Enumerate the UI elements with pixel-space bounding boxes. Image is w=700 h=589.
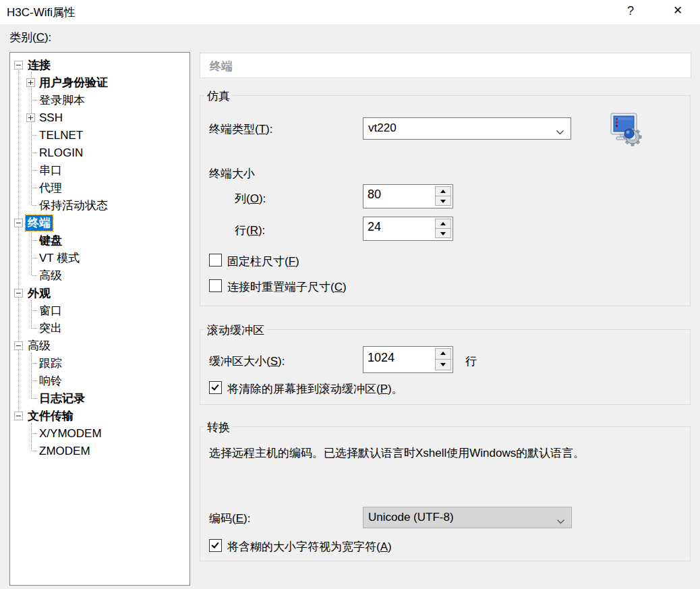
spin-down-button[interactable] bbox=[435, 359, 451, 370]
page-title-box: 终端 bbox=[200, 53, 691, 78]
tree-connector-stub bbox=[31, 328, 37, 329]
tree-item-1[interactable]: 用户身份验证 bbox=[10, 74, 189, 92]
tree-connector-stub bbox=[31, 240, 37, 241]
checkbox-icon[interactable] bbox=[209, 381, 222, 394]
spin-down-button[interactable] bbox=[435, 196, 451, 206]
collapse-icon[interactable] bbox=[14, 289, 23, 298]
chevron-down-icon bbox=[556, 515, 565, 528]
checkbox-icon[interactable] bbox=[209, 539, 222, 552]
tree-item-label: 突出 bbox=[37, 320, 64, 336]
columns-spin-buttons bbox=[435, 186, 451, 206]
tree-item-label: X/YMODEM bbox=[37, 426, 104, 441]
tree-connector-stub bbox=[31, 205, 37, 206]
tree-item-label: SSH bbox=[37, 110, 65, 125]
tree-item-label: 高级 bbox=[26, 338, 53, 354]
tree-item-3[interactable]: SSH bbox=[10, 109, 189, 127]
buffer-size-value: 1024 bbox=[368, 351, 395, 365]
chevron-down-icon bbox=[556, 126, 564, 138]
tree-item-label: TELNET bbox=[37, 128, 85, 143]
tree-item-label: RLOGIN bbox=[37, 145, 85, 161]
tree-item-20[interactable]: 文件传输 bbox=[10, 408, 189, 425]
tree-connector-stub bbox=[31, 451, 37, 451]
tree-item-label: ZMODEM bbox=[37, 443, 92, 459]
tree-item-label: VT 模式 bbox=[37, 250, 82, 266]
tree-connector-stub bbox=[31, 258, 37, 258]
buffer-size-label: 缓冲区大小(S): bbox=[209, 354, 285, 369]
tree-item-label: 高级 bbox=[37, 268, 64, 283]
spin-up-button[interactable] bbox=[435, 219, 451, 229]
tree-item-13[interactable]: 外观 bbox=[10, 285, 189, 302]
tree-item-7[interactable]: 代理 bbox=[10, 179, 189, 197]
tree-item-14[interactable]: 窗口 bbox=[10, 302, 189, 320]
spin-up-button[interactable] bbox=[435, 348, 451, 360]
tree-item-label: 跟踪 bbox=[37, 356, 64, 371]
expand-icon[interactable] bbox=[26, 113, 35, 122]
tree-item-2[interactable]: 登录脚本 bbox=[10, 92, 189, 109]
tree-item-10[interactable]: 键盘 bbox=[10, 232, 189, 250]
checkbox-icon[interactable] bbox=[209, 254, 222, 267]
tree-connector-stub bbox=[31, 433, 37, 434]
tree-connector-stub bbox=[31, 100, 37, 101]
group-scrollback-legend: 滚动缓冲区 bbox=[204, 322, 267, 338]
tree-item-5[interactable]: RLOGIN bbox=[10, 144, 189, 162]
rows-spinner[interactable]: 24 bbox=[363, 217, 453, 241]
tree-connector-stub bbox=[31, 188, 37, 188]
collapse-icon[interactable] bbox=[14, 341, 23, 350]
terminal-type-combobox[interactable]: vt220 bbox=[363, 117, 571, 140]
tree-item-8[interactable]: 保持活动状态 bbox=[10, 197, 189, 215]
expand-icon[interactable] bbox=[26, 78, 35, 87]
group-translation-legend: 转换 bbox=[204, 420, 233, 435]
buffer-unit-label: 行 bbox=[465, 354, 477, 369]
window-title: H3C-Wifi属性 bbox=[7, 5, 76, 20]
encoding-combobox[interactable]: Unicode (UTF-8) bbox=[363, 507, 572, 528]
terminal-type-label: 终端类型(T): bbox=[209, 121, 272, 137]
tree-item-17[interactable]: 跟踪 bbox=[10, 355, 189, 372]
terminal-settings-icon bbox=[609, 112, 644, 147]
tree-item-19[interactable]: 日志记录 bbox=[10, 390, 189, 408]
tree-item-label: 用户身份验证 bbox=[37, 75, 110, 90]
tree-item-12[interactable]: 高级 bbox=[10, 267, 189, 285]
encoding-value: Unicode (UTF-8) bbox=[368, 511, 454, 524]
tree-item-4[interactable]: TELNET bbox=[10, 127, 189, 144]
buffer-spin-buttons bbox=[435, 348, 451, 371]
tree-item-6[interactable]: 串口 bbox=[10, 162, 189, 179]
collapse-icon[interactable] bbox=[14, 412, 23, 420]
tree-item-label: 代理 bbox=[37, 180, 64, 196]
rows-label: 行(R): bbox=[235, 223, 265, 238]
columns-value: 80 bbox=[368, 188, 381, 202]
page-title: 终端 bbox=[200, 53, 691, 74]
tree-item-11[interactable]: VT 模式 bbox=[10, 250, 189, 267]
rows-value: 24 bbox=[368, 220, 381, 234]
tree-connector-stub bbox=[31, 381, 37, 381]
columns-label: 列(O): bbox=[235, 191, 266, 206]
tree-item-15[interactable]: 突出 bbox=[10, 320, 189, 337]
terminal-type-value: vt220 bbox=[368, 121, 397, 135]
translation-description: 选择远程主机的编码。已选择默认语言时Xshell使用Windows的默认语言。 bbox=[209, 445, 585, 461]
buffer-size-spinner[interactable]: 1024 bbox=[363, 346, 453, 373]
tree-item-label: 保持活动状态 bbox=[37, 198, 110, 213]
spin-down-button[interactable] bbox=[435, 228, 451, 238]
columns-spinner[interactable]: 80 bbox=[363, 184, 453, 208]
spin-up-button[interactable] bbox=[435, 186, 451, 196]
tree-item-label: 串口 bbox=[37, 163, 64, 178]
tree-item-18[interactable]: 响铃 bbox=[10, 372, 189, 390]
tree-item-22[interactable]: ZMODEM bbox=[10, 443, 189, 460]
tree-item-label: 窗口 bbox=[37, 303, 64, 318]
tree-item-21[interactable]: X/YMODEM bbox=[10, 425, 189, 443]
category-tree[interactable]: 连接用户身份验证登录脚本SSHTELNETRLOGIN串口代理保持活动状态终端键… bbox=[9, 52, 190, 586]
close-button[interactable]: ✕ bbox=[663, 0, 693, 22]
collapse-icon[interactable] bbox=[14, 219, 23, 227]
category-label: 类别(C): bbox=[9, 30, 51, 45]
group-emulation-legend: 仿真 bbox=[204, 88, 233, 104]
tree-connector-stub bbox=[31, 135, 37, 136]
tree-connector-stub bbox=[31, 310, 37, 311]
tree-connector-stub bbox=[31, 152, 37, 153]
help-button[interactable]: ? bbox=[616, 0, 645, 22]
tree-item-label: 登录脚本 bbox=[37, 92, 87, 108]
tree-item-label: 日志记录 bbox=[37, 391, 87, 406]
tree-item-9[interactable]: 终端 bbox=[10, 215, 189, 232]
collapse-icon[interactable] bbox=[14, 61, 23, 69]
tree-item-16[interactable]: 高级 bbox=[10, 337, 189, 355]
checkbox-icon[interactable] bbox=[209, 279, 222, 292]
tree-item-0[interactable]: 连接 bbox=[10, 57, 189, 74]
